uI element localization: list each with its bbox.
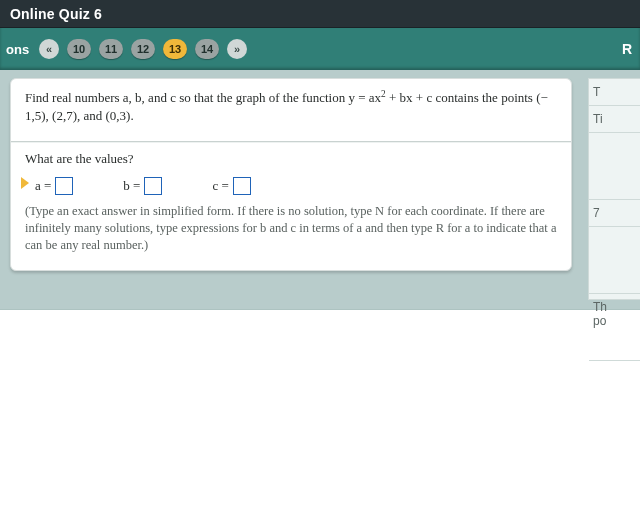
sidebar-row-5 [589,227,640,294]
question-card: Find real numbers a, b, and c so that th… [10,78,572,271]
sidebar-row-6b: po [593,314,606,328]
answer-c-label: c = [212,178,228,194]
quiz-title: Online Quiz 6 [10,6,102,22]
sidebar-row-4: 7 [589,200,640,227]
nav-question-13[interactable]: 13 [163,39,187,59]
answer-a-label: a = [35,178,51,194]
answer-b: b = [123,177,162,195]
answer-a-input[interactable] [55,177,73,195]
sidebar-row-6a: Th [593,300,607,314]
nav-question-11[interactable]: 11 [99,39,123,59]
nav-next-button[interactable]: » [227,39,247,59]
nav-question-12[interactable]: 12 [131,39,155,59]
nav-right-fragment: R [622,41,634,57]
question-prompt: What are the values? [11,142,571,167]
nav-left-label-fragment: ons [6,42,29,57]
sidebar-row-2: Ti [589,106,640,133]
sidebar-row-1: T [589,79,640,106]
answer-c-input[interactable] [233,177,251,195]
question-statement-pre: Find real numbers a, b, and c so that th… [25,90,381,105]
content-stage: Find real numbers a, b, and c so that th… [0,70,640,310]
answer-b-input[interactable] [144,177,162,195]
quiz-title-banner: Online Quiz 6 [0,0,640,28]
question-nav: ons « 10 11 12 13 14 » R [0,28,640,70]
nav-question-14[interactable]: 14 [195,39,219,59]
answer-c: c = [212,177,250,195]
answer-b-label: b = [123,178,140,194]
sidebar-row-3 [589,133,640,200]
answer-row: a = b = c = [11,167,571,199]
right-sidebar: T Ti 7 Th po [588,78,640,300]
nav-question-10[interactable]: 10 [67,39,91,59]
sidebar-row-6: Th po [589,294,640,361]
answer-a: a = [35,177,73,195]
answer-note: (Type an exact answer in simplified form… [11,199,571,270]
question-statement: Find real numbers a, b, and c so that th… [11,79,571,142]
nav-prev-button[interactable]: « [39,39,59,59]
